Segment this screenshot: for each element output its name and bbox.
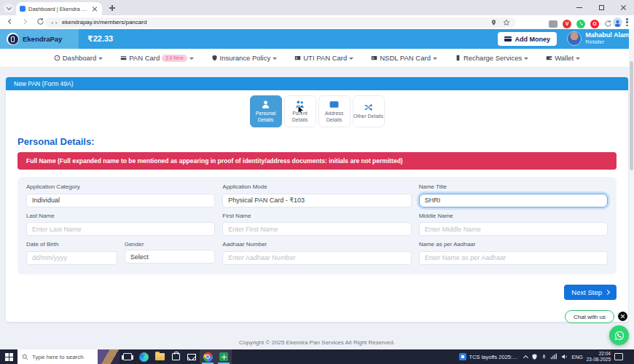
tab-close-icon[interactable] [91, 5, 98, 12]
aadhaar-number-input[interactable] [222, 251, 411, 265]
id-card-icon [294, 55, 301, 61]
date-of-birth-input[interactable] [26, 251, 117, 265]
pan-form-card: New PAN (Form 49A) Personal Details Pare… [6, 77, 628, 322]
application-mode-input[interactable] [222, 194, 411, 207]
nav-item-pan-card[interactable]: PAN Card 2.0 New [120, 54, 193, 62]
user-avatar [567, 31, 582, 46]
field-aadhaar-number: Aadhaar Number [222, 241, 411, 265]
chevron-down-icon [273, 58, 277, 60]
mobile-icon [455, 55, 461, 61]
nav-item-uti-pan-card[interactable]: UTI PAN Card [294, 54, 353, 62]
last-name-input[interactable] [26, 222, 215, 236]
bookmark-star-icon[interactable] [503, 16, 510, 29]
window-close-button[interactable] [612, 0, 634, 15]
network-icon[interactable] [550, 353, 557, 360]
page-scrollbar[interactable] [629, 29, 634, 349]
field-name-title: Name Title [419, 183, 608, 207]
user-role: Retailer [585, 39, 630, 45]
app-header: EkendraPay ₹22.33 Add Money Mahabul Alam… [0, 29, 634, 49]
taskbar-search[interactable]: Type here to search [17, 349, 98, 364]
taskbar-green-app[interactable] [216, 349, 232, 364]
tab-title: Dashboard | Ekendra Pan Servi [28, 6, 88, 12]
nav-item-dashboard[interactable]: Dashboard [54, 54, 103, 62]
task-view-button[interactable] [120, 349, 136, 364]
mail-icon [187, 354, 196, 360]
brand-panel[interactable]: EkendraPay [0, 29, 79, 49]
extension-v-icon[interactable]: V [563, 20, 571, 28]
site-info-icon[interactable] [51, 16, 58, 29]
copyright-footer: Copyright © 2025 Ekendra Pan Services Al… [0, 339, 634, 346]
taskbar-edge[interactable] [136, 349, 152, 364]
id-card-icon [329, 100, 339, 109]
taskbar-clock[interactable]: 22:04 23-08-2025 [587, 351, 611, 363]
chat-close-icon[interactable] [618, 312, 627, 321]
step-other-details[interactable]: Other Details [353, 95, 385, 127]
forward-icon[interactable] [21, 17, 29, 25]
nav-item-wallet[interactable]: Wallet [546, 54, 580, 62]
window-minimize-button[interactable] [568, 0, 590, 15]
browser-profile-avatar[interactable] [613, 17, 622, 27]
browser-tab-strip: Dashboard | Ekendra Pan Servi [0, 0, 634, 15]
name-title-input[interactable] [419, 194, 608, 207]
pan-card-badge: 2.0 New [162, 55, 187, 62]
browser-tab[interactable]: Dashboard | Ekendra Pan Servi [16, 2, 102, 15]
chat-with-us-button[interactable]: Chat with us [565, 310, 614, 323]
browser-menu-icon[interactable] [626, 18, 628, 26]
person-icon [261, 100, 270, 109]
field-first-name: First Name [222, 213, 411, 237]
taskbar-mail[interactable] [184, 349, 200, 364]
action-center-icon[interactable] [614, 353, 623, 360]
add-money-button[interactable]: Add Money [498, 32, 557, 46]
windows-logo-icon [5, 353, 13, 361]
name-as-per-aadhaar-input[interactable] [419, 251, 608, 265]
nav-item-recharge-services[interactable]: Recharge Services [455, 54, 528, 62]
news-widget-thumbnail[interactable] [98, 349, 120, 364]
taskbar-news[interactable]: TCS layoffs 2025: Uni... [459, 353, 519, 360]
step-address-details[interactable]: Address Details [318, 95, 351, 127]
application-category-input[interactable] [26, 194, 215, 207]
tab-search-button[interactable] [4, 4, 14, 12]
address-bar[interactable]: ekendrapay.in/members/pancard [45, 17, 516, 28]
task-view-icon [123, 353, 132, 360]
microphone-icon[interactable] [541, 353, 547, 360]
extension-media-icon[interactable] [549, 20, 557, 28]
brand-logo-icon [7, 33, 19, 45]
windows-taskbar: Type here to search TCS layoffs 2025: Un… [0, 349, 634, 364]
whatsapp-button[interactable] [609, 325, 629, 345]
chevron-down-icon [98, 58, 103, 60]
reload-icon[interactable] [36, 17, 44, 25]
step-personal-details[interactable]: Personal Details [250, 95, 282, 127]
location-icon[interactable] [490, 16, 497, 29]
middle-name-input[interactable] [419, 222, 608, 236]
tray-expand-icon[interactable] [523, 355, 528, 360]
language-indicator[interactable]: ENG [572, 355, 583, 360]
extension-sync-icon[interactable] [604, 17, 612, 31]
user-menu[interactable]: Mahabul Alam Retailer [567, 31, 630, 46]
brand-name: EkendraPay [23, 35, 62, 43]
window-maximize-button[interactable] [590, 0, 612, 15]
back-icon[interactable] [6, 17, 14, 25]
scrollbar-thumb[interactable] [630, 61, 633, 170]
gender-select[interactable]: Select [125, 250, 216, 264]
first-name-input[interactable] [222, 222, 411, 236]
extension-o-icon[interactable]: O [590, 20, 599, 28]
search-icon [22, 354, 28, 360]
browser-toolbar: ekendrapay.in/members/pancard V O [0, 15, 634, 29]
taskbar-chrome[interactable] [200, 349, 216, 364]
field-name-as-per-aadhaar: Name as per Aadhaar [419, 241, 608, 265]
next-step-button[interactable]: Next Step [564, 285, 617, 300]
start-button[interactable] [0, 349, 17, 364]
taskbar-store[interactable] [168, 349, 184, 364]
security-shield-icon[interactable] [531, 353, 538, 360]
extension-whatsapp-icon[interactable] [576, 20, 585, 28]
clock-time: 22:04 [587, 351, 611, 357]
mouse-cursor [297, 105, 305, 118]
form-steps: Personal Details Parent Details Address … [6, 95, 628, 127]
edge-icon [139, 352, 149, 362]
taskbar-file-explorer[interactable] [152, 349, 168, 364]
new-tab-button[interactable] [108, 4, 117, 12]
volume-icon[interactable] [561, 353, 568, 360]
nav-item-insurance-policy[interactable]: Insurance Policy [211, 54, 278, 62]
wallet-balance: ₹22.33 [87, 29, 113, 49]
nav-item-nsdl-pan-card[interactable]: NSDL PAN Card [371, 54, 437, 62]
